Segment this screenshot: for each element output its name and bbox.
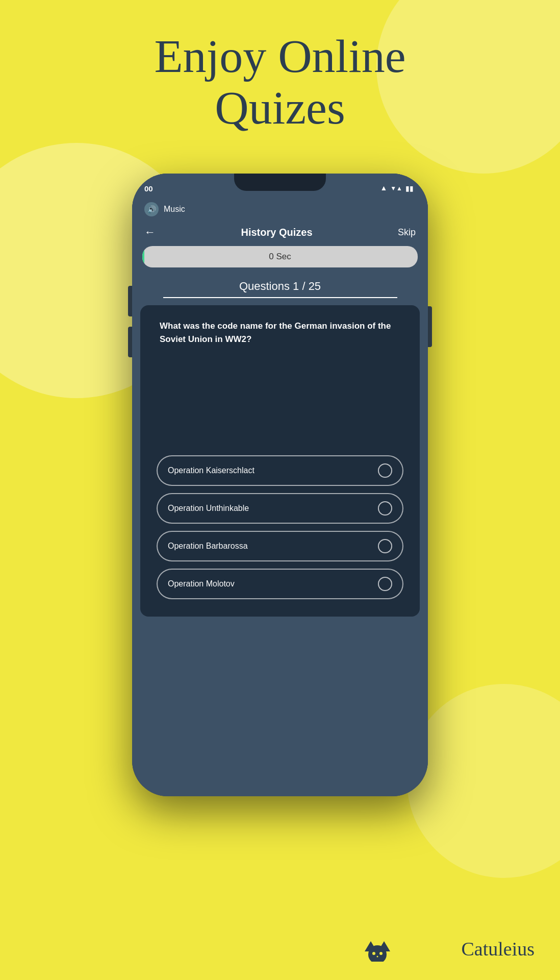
- timer-container: 0 Sec: [132, 246, 428, 276]
- question-number: Questions 1 / 25: [239, 280, 321, 292]
- brand-logo: Catuleius: [360, 936, 534, 962]
- answer-option-3[interactable]: Operation Barbarossa: [157, 531, 403, 561]
- answers-section: Operation Kaiserschlact Operation Unthin…: [148, 448, 412, 617]
- phone-device: 00 ▲ ▼▲ ▮▮ 🔊 Music ← History Quizes Skip: [132, 174, 428, 796]
- phone-screen: 00 ▲ ▼▲ ▮▮ 🔊 Music ← History Quizes Skip: [132, 174, 428, 796]
- signal-icon: ▼▲: [390, 185, 402, 192]
- counter-underline: [163, 297, 397, 298]
- status-time: 00: [144, 184, 153, 193]
- wifi-icon: ▲: [380, 184, 387, 192]
- skip-button[interactable]: Skip: [398, 227, 416, 238]
- answer-option-4[interactable]: Operation Molotov: [157, 569, 403, 599]
- back-button[interactable]: ←: [144, 226, 156, 239]
- quiz-card: What was the code name for the German in…: [148, 305, 412, 448]
- phone-side-btn-2: [128, 327, 132, 357]
- quiz-header: ← History Quizes Skip: [132, 220, 428, 246]
- answer-option-2[interactable]: Operation Unthinkable: [157, 493, 403, 524]
- answer-option-1[interactable]: Operation Kaiserschlact: [157, 455, 403, 486]
- answer-radio-3[interactable]: [378, 539, 392, 553]
- svg-point-4: [379, 952, 383, 955]
- answer-text-1: Operation Kaiserschlact: [168, 466, 254, 475]
- answer-radio-2[interactable]: [378, 501, 392, 516]
- answer-radio-4[interactable]: [378, 577, 392, 591]
- answer-text-4: Operation Molotov: [168, 579, 235, 589]
- music-bar[interactable]: 🔊 Music: [132, 199, 428, 220]
- phone-body: 00 ▲ ▼▲ ▮▮ 🔊 Music ← History Quizes Skip: [132, 174, 428, 796]
- battery-icon: ▮▮: [405, 184, 414, 193]
- phone-side-btn-right: [428, 306, 432, 347]
- music-label: Music: [164, 205, 185, 214]
- questions-counter: Questions 1 / 25: [132, 276, 428, 305]
- svg-point-5: [377, 956, 378, 958]
- phone-side-btn-1: [128, 286, 132, 316]
- question-text: What was the code name for the German in…: [160, 320, 400, 346]
- bg-blob-bottom: [407, 684, 560, 878]
- timer-bar: 0 Sec: [142, 246, 418, 267]
- answer-text-2: Operation Unthinkable: [168, 504, 249, 513]
- answer-radio-1[interactable]: [378, 463, 392, 478]
- svg-point-3: [372, 952, 375, 955]
- phone-notch: [234, 174, 326, 191]
- hero-title: Enjoy Online Quizes: [0, 31, 560, 134]
- quiz-card-wrapper: What was the code name for the German in…: [140, 305, 420, 617]
- timer-fill: [142, 246, 144, 267]
- status-icons: ▲ ▼▲ ▮▮: [380, 184, 414, 193]
- quiz-title: History Quizes: [241, 227, 312, 238]
- speaker-icon: 🔊: [144, 202, 159, 216]
- timer-value: 0 Sec: [269, 252, 291, 262]
- answer-text-3: Operation Barbarossa: [168, 542, 248, 551]
